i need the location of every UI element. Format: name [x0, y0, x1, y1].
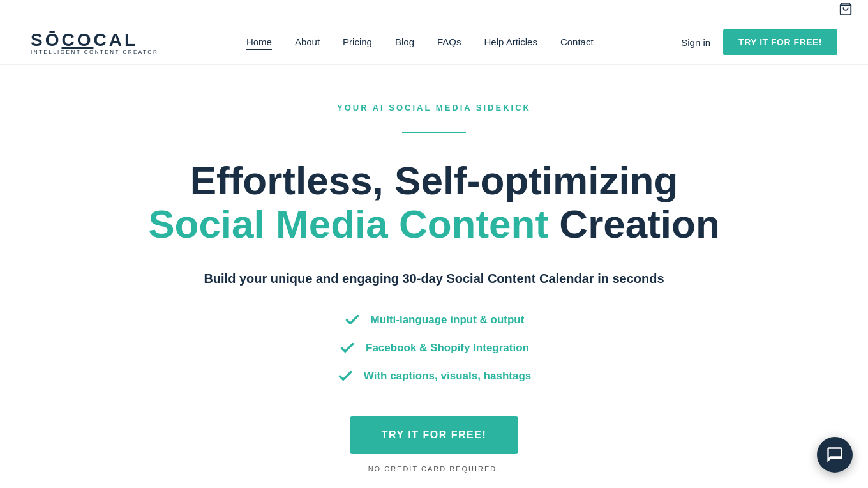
- nav-item-about[interactable]: About: [295, 36, 320, 48]
- feature-label-2: Facebook & Shopify Integration: [366, 342, 529, 355]
- feature-item-2: Facebook & Shopify Integration: [339, 340, 529, 356]
- nav-link-faqs[interactable]: FAQs: [437, 36, 461, 47]
- nav-links: Home About Pricing Blog FAQs Help Articl…: [246, 36, 594, 48]
- nav-link-help[interactable]: Help Articles: [484, 36, 537, 47]
- cart-button[interactable]: [839, 2, 853, 19]
- nav-item-faqs[interactable]: FAQs: [437, 36, 461, 48]
- feature-item-1: Multi-language input & output: [344, 312, 525, 328]
- nav-item-pricing[interactable]: Pricing: [343, 36, 372, 48]
- nav-item-help[interactable]: Help Articles: [484, 36, 537, 48]
- feature-item-3: With captions, visuals, hashtags: [337, 368, 531, 385]
- no-credit-text: NO CREDIT CARD REQUIRED.: [31, 465, 837, 473]
- chat-bubble-button[interactable]: [817, 437, 853, 473]
- nav-right: Sign in TRY IT FOR FREE!: [681, 29, 837, 55]
- nav-item-home[interactable]: Home: [246, 36, 272, 48]
- hero-divider: [402, 132, 466, 133]
- logo-subtitle: INTELLIGENT CONTENT CREATOR: [31, 49, 158, 55]
- nav-item-contact[interactable]: Contact: [560, 36, 594, 48]
- try-free-hero-button[interactable]: TRY IT FOR FREE!: [350, 416, 518, 454]
- logo[interactable]: SŌCOCAL INTELLIGENT CONTENT CREATOR: [31, 30, 158, 55]
- feature-label-1: Multi-language input & output: [371, 314, 525, 326]
- hero-title: Effortless, Self-optimizing Social Media…: [147, 159, 721, 246]
- hero-title-part2: Creation: [548, 202, 720, 246]
- check-icon-2: [339, 340, 355, 356]
- nav-link-contact[interactable]: Contact: [560, 36, 594, 47]
- cta-wrapper: TRY IT FOR FREE! NO CREDIT CARD REQUIRED…: [31, 416, 837, 473]
- nav-link-pricing[interactable]: Pricing: [343, 36, 372, 47]
- hero-title-accent: Social Media Content: [148, 202, 548, 246]
- sign-in-link[interactable]: Sign in: [681, 37, 710, 48]
- hero-tagline: YOUR AI SOCIAL MEDIA SIDEKICK: [31, 103, 837, 112]
- hero-section: YOUR AI SOCIAL MEDIA SIDEKICK Effortless…: [0, 65, 868, 488]
- hero-title-part1: Effortless, Self-optimizing: [190, 158, 678, 202]
- features-list: Multi-language input & output Facebook &…: [31, 312, 837, 385]
- nav-link-blog[interactable]: Blog: [395, 36, 414, 47]
- nav-link-home[interactable]: Home: [246, 36, 272, 50]
- logo-text: SŌCOCAL: [31, 30, 138, 50]
- check-icon-1: [344, 312, 361, 328]
- announcement-bar: [0, 0, 868, 20]
- feature-label-3: With captions, visuals, hashtags: [364, 370, 531, 383]
- check-icon-3: [337, 368, 354, 385]
- nav-link-about[interactable]: About: [295, 36, 320, 47]
- try-free-nav-button[interactable]: TRY IT FOR FREE!: [723, 29, 837, 55]
- hero-subtitle: Build your unique and engaging 30-day So…: [31, 271, 837, 286]
- navbar: SŌCOCAL INTELLIGENT CONTENT CREATOR Home…: [0, 20, 868, 65]
- nav-item-blog[interactable]: Blog: [395, 36, 414, 48]
